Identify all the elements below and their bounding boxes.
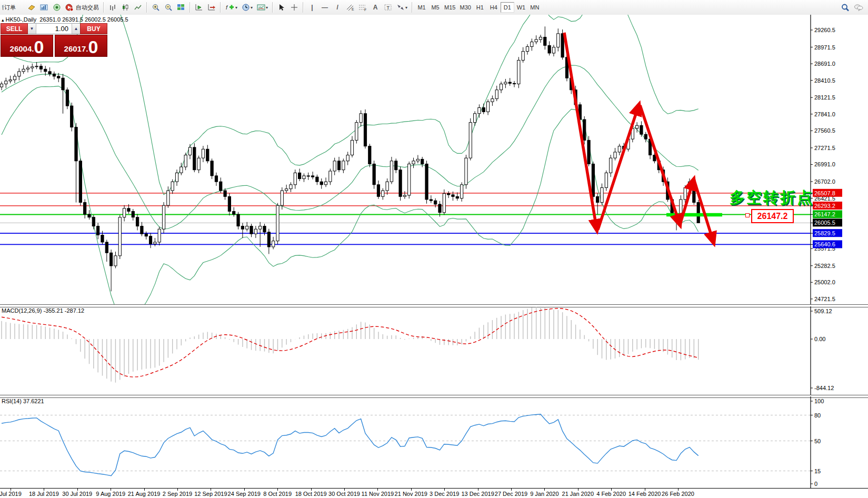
equidistant-channel-tool[interactable]: E [344, 2, 356, 13]
line-chart-icon[interactable] [132, 2, 144, 13]
timeframe-mn[interactable]: MN [528, 2, 542, 13]
svg-text:27841.0: 27841.0 [814, 111, 835, 117]
svg-text:28410.5: 28410.5 [814, 77, 835, 84]
chart-caption: ▴HK50-,Daily 26351.0 26391.5 26002.5 260… [2, 16, 128, 23]
new-order-icon[interactable] [26, 2, 37, 13]
time-label: 24 Sep 2019 [228, 491, 261, 497]
annotation-anchor[interactable] [745, 213, 750, 217]
symbol-period-label: HK50-,Daily [6, 16, 37, 23]
svg-text:E: E [352, 7, 354, 11]
chevron-down-icon: ▾ [405, 5, 407, 10]
templates-icon[interactable]: ▾ [255, 2, 270, 13]
chart-shift-icon[interactable] [206, 2, 217, 13]
volume-input[interactable]: 1.00 [36, 24, 72, 34]
svg-text:-844.12: -844.12 [814, 385, 834, 391]
timeframe-m15[interactable]: M15 [442, 2, 457, 13]
zoom-in-icon[interactable] [150, 2, 162, 13]
sell-price-display[interactable]: 26004.0 [1, 35, 53, 57]
horizontal-line-tool[interactable]: — [319, 2, 331, 13]
svg-text:29260.5: 29260.5 [814, 27, 835, 33]
autotrading-button[interactable]: 自动交易 [64, 2, 101, 13]
charts-icon[interactable] [38, 2, 50, 13]
timeframe-m30[interactable]: M30 [457, 2, 473, 13]
toolbar: 新订单 自动交易 [0, 0, 868, 15]
rsi-panel[interactable]: 1008050150 [0, 396, 868, 488]
buy-price-display[interactable]: 26017.0 [55, 35, 107, 57]
expert-advisors-icon[interactable] [51, 2, 63, 13]
timeframe-h4[interactable]: H4 [487, 2, 501, 13]
time-label: 2 Sep 2019 [163, 491, 192, 497]
chart-area: 29260.528971.528691.028410.528121.527841… [0, 15, 868, 498]
timeframe-m1[interactable]: M1 [415, 2, 428, 13]
autotrading-label: 自动交易 [76, 4, 99, 12]
time-label: 11 Nov 2019 [362, 491, 394, 497]
svg-text:25002.0: 25002.0 [814, 279, 835, 285]
volume-decrease-button[interactable]: ▼ [28, 24, 36, 34]
timeframe-m5[interactable]: M5 [428, 2, 442, 13]
symbol-icon: ▴ [2, 17, 4, 23]
separator [146, 2, 147, 13]
svg-text:100: 100 [814, 398, 824, 404]
svg-text:26147.2: 26147.2 [814, 211, 835, 217]
text-tool[interactable]: A [370, 2, 381, 13]
time-label: 18 Jul 2019 [29, 491, 59, 497]
separator [272, 2, 273, 13]
tile-windows-icon[interactable] [175, 2, 187, 13]
buy-button[interactable]: BUY [80, 23, 107, 34]
separator [103, 2, 104, 13]
time-label: 3 Dec 2019 [430, 491, 459, 497]
auto-scroll-icon[interactable] [193, 2, 205, 13]
crosshair-tool[interactable] [288, 2, 300, 13]
candlestick-chart-icon[interactable] [119, 2, 131, 13]
svg-text:25640.6: 25640.6 [814, 241, 835, 247]
arrows-tool[interactable]: ▾ [395, 2, 409, 13]
svg-text:F: F [364, 8, 366, 11]
annotation-text[interactable]: 多空转折点 [730, 187, 814, 208]
svg-text:27560.5: 27560.5 [814, 127, 835, 134]
annotation-price-label[interactable]: 26147.2 [751, 209, 794, 223]
time-label: 27 Dec 2019 [495, 491, 527, 497]
svg-text:50: 50 [814, 438, 821, 444]
timeframe-group: M1M5M15M30H1H4D1W1MN [415, 2, 542, 13]
timeframe-d1[interactable]: D1 [501, 2, 514, 13]
time-label: 30 Oct 2019 [328, 491, 360, 497]
vertical-line-tool[interactable]: | [306, 2, 318, 13]
ohlc-values: 26351.0 26391.5 26002.5 26005.5 [39, 16, 128, 23]
zoom-out-icon[interactable] [163, 2, 174, 13]
fibonacci-tool[interactable]: F [357, 2, 368, 13]
main-chart-panel[interactable]: 29260.528971.528691.028410.528121.527841… [0, 15, 868, 304]
svg-text:25829.5: 25829.5 [814, 230, 835, 236]
new-order-button[interactable]: 新订单 [1, 2, 25, 13]
time-label: 18 Oct 2019 [295, 491, 327, 497]
cursor-tool[interactable] [276, 2, 287, 13]
volume-increase-button[interactable]: ▲ [72, 24, 80, 34]
new-order-label: 新订单 [2, 4, 16, 12]
indicators-add-icon[interactable]: f ▾ [224, 2, 239, 13]
time-label: 14 Feb 2020 [628, 491, 661, 497]
svg-text:26005.5: 26005.5 [814, 220, 835, 226]
svg-text:T: T [387, 5, 390, 11]
periods-icon[interactable]: ▾ [240, 2, 254, 13]
time-axis[interactable]: Jul 201918 Jul 201930 Jul 20199 Aug 2019… [0, 488, 868, 498]
one-click-trading-panel: SELL ▼ 1.00 ▲ BUY 26004.0 26017.0 [1, 23, 107, 57]
search-icon[interactable] [840, 2, 851, 13]
trendline-tool[interactable]: / [332, 2, 343, 13]
bar-chart-icon[interactable] [107, 2, 118, 13]
time-label: 21 Jan 2020 [562, 491, 594, 497]
text-label-tool[interactable]: T [382, 2, 394, 13]
chat-icon[interactable] [852, 2, 865, 13]
buy-price-main: 26017 [64, 45, 86, 53]
sell-button[interactable]: SELL [1, 23, 28, 34]
timeframe-h1[interactable]: H1 [473, 2, 487, 13]
svg-text:28121.5: 28121.5 [814, 94, 835, 101]
time-label: 13 Dec 2019 [461, 491, 494, 497]
svg-text:0.00: 0.00 [814, 336, 825, 342]
macd-panel[interactable]: 509.120.00-844.12 [0, 306, 868, 395]
volume-stepper: ▼ 1.00 ▲ [28, 23, 80, 34]
timeframe-w1[interactable]: W1 [514, 2, 528, 13]
time-label: 9 Aug 2019 [96, 491, 125, 497]
svg-text:26702.0: 26702.0 [814, 178, 835, 185]
separator [412, 2, 413, 13]
svg-text:26507.8: 26507.8 [814, 190, 835, 196]
time-label: 8 Oct 2019 [263, 491, 292, 497]
